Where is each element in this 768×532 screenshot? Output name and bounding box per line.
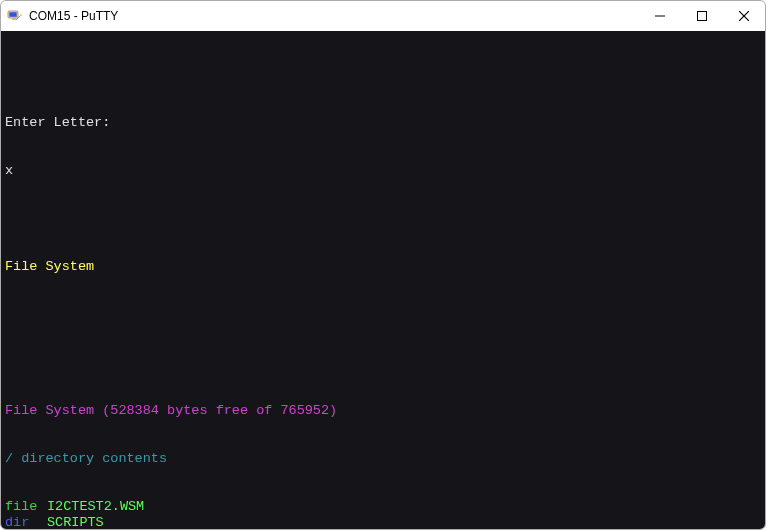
minimize-button[interactable]: [639, 1, 681, 31]
svg-rect-6: [698, 12, 707, 21]
prompt-label: Enter Letter:: [5, 115, 765, 131]
putty-icon: [7, 8, 23, 24]
listing-type: file: [5, 499, 47, 515]
terminal[interactable]: Enter Letter: x File System File System …: [1, 31, 765, 529]
maximize-button[interactable]: [681, 1, 723, 31]
file-listing: fileI2CTEST2.WSMdirSCRIPTSdirDATAfileGPI…: [5, 499, 765, 529]
svg-rect-1: [9, 12, 16, 17]
listing-name: SCRIPTS: [47, 515, 104, 529]
window-controls: [639, 1, 765, 31]
app-window: COM15 - PuTTY Enter Letter: x File Syste…: [0, 0, 766, 530]
prompt-input: x: [5, 163, 765, 179]
fs-info: File System (528384 bytes free of 765952…: [5, 403, 765, 419]
svg-point-4: [20, 14, 22, 16]
close-button[interactable]: [723, 1, 765, 31]
section-header-filesystem: File System: [5, 259, 765, 275]
listing-name: I2CTEST2.WSM: [47, 499, 144, 514]
svg-rect-2: [12, 18, 16, 20]
listing-type: dir: [5, 515, 47, 529]
listing-row: fileI2CTEST2.WSM: [5, 499, 765, 515]
titlebar[interactable]: COM15 - PuTTY: [1, 1, 765, 31]
window-title: COM15 - PuTTY: [29, 9, 118, 23]
dir-header: / directory contents: [5, 451, 765, 467]
listing-row: dirSCRIPTS: [5, 515, 765, 529]
